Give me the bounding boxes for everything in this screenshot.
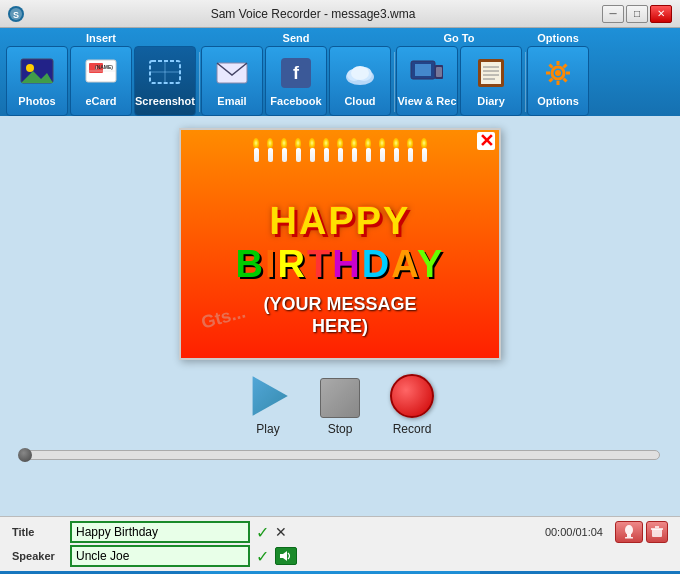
viewrec-label: View & Rec xyxy=(397,95,456,107)
toolbar-group-options: Options xyxy=(527,32,589,116)
cloud-label: Cloud xyxy=(344,95,375,107)
title-clear-icon[interactable]: ✕ xyxy=(275,524,287,540)
card-happy-text: HAPPY xyxy=(270,200,411,243)
viewrec-button[interactable]: View & Rec xyxy=(396,46,458,116)
window-title: Sam Voice Recorder - message3.wma xyxy=(24,7,602,21)
speaker-check-icon[interactable]: ✓ xyxy=(256,547,269,566)
svg-text:S: S xyxy=(13,10,19,20)
toolbar: Insert Photos I ( xyxy=(0,28,680,116)
svg-marker-47 xyxy=(283,551,287,561)
diary-button[interactable]: Diary xyxy=(460,46,522,116)
screenshot-label: Screenshot xyxy=(135,95,195,107)
stop-icon xyxy=(320,378,360,418)
svg-rect-23 xyxy=(436,67,442,77)
diary-label: Diary xyxy=(477,95,505,107)
voice-icon-button[interactable] xyxy=(615,521,643,543)
svg-rect-25 xyxy=(481,62,501,84)
title-row: Title ✓ ✕ 00:00/01:04 xyxy=(12,521,668,543)
stop-label: Stop xyxy=(328,422,353,436)
svg-rect-21 xyxy=(415,64,431,76)
options-gear-icon xyxy=(540,55,576,91)
svg-point-31 xyxy=(555,70,561,76)
title-bar: S Sam Voice Recorder - message3.wma ─ □ … xyxy=(0,0,680,28)
record-label: Record xyxy=(393,422,432,436)
goto-group-label: Go To xyxy=(396,32,522,46)
screenshot-button[interactable]: Screenshot xyxy=(134,46,196,116)
card-message-text: (YOUR MESSAGEHERE) xyxy=(263,294,416,337)
facebook-icon: f xyxy=(278,55,314,91)
options-label: Options xyxy=(537,95,579,107)
play-icon xyxy=(246,374,290,418)
send-group-label: Send xyxy=(201,32,391,46)
title-field-label: Title xyxy=(12,526,64,538)
photos-icon xyxy=(19,55,55,91)
toolbar-group-insert: Insert Photos I ( xyxy=(6,32,196,116)
window-controls: ─ □ ✕ xyxy=(602,5,672,23)
ecard-label: eCard xyxy=(85,95,116,107)
timestamp: 00:00/01:04 xyxy=(545,526,603,538)
svg-rect-42 xyxy=(625,537,633,539)
card-preview: ✕ HAPPY BIRTHDAY (YOUR xyxy=(179,128,501,360)
insert-group-label: Insert xyxy=(6,32,196,46)
main-area: ✕ HAPPY BIRTHDAY (YOUR xyxy=(0,116,680,516)
diary-icon xyxy=(473,55,509,91)
speaker-field-label: Speaker xyxy=(12,550,64,562)
cloud-button[interactable]: Cloud xyxy=(329,46,391,116)
progress-bar[interactable] xyxy=(20,450,660,460)
email-icon xyxy=(214,55,250,91)
card-birthday-text: BIRTHDAY xyxy=(236,243,445,286)
photos-label: Photos xyxy=(18,95,55,107)
record-button[interactable]: Record xyxy=(390,374,434,436)
play-label: Play xyxy=(256,422,279,436)
close-button[interactable]: ✕ xyxy=(650,5,672,23)
cloud-icon xyxy=(342,55,378,91)
delete-button[interactable] xyxy=(646,521,668,543)
svg-line-36 xyxy=(550,65,553,68)
facebook-button[interactable]: f Facebook xyxy=(265,46,327,116)
maximize-button[interactable]: □ xyxy=(626,5,648,23)
info-bar: Title ✓ ✕ 00:00/01:04 Speaker xyxy=(0,516,680,571)
stop-button[interactable]: Stop xyxy=(320,378,360,436)
svg-rect-41 xyxy=(627,534,631,537)
email-label: Email xyxy=(217,95,246,107)
svg-rect-43 xyxy=(652,529,662,537)
record-icon xyxy=(390,374,434,418)
ecard-icon: I (NAME) xyxy=(83,55,119,91)
playback-controls: Play Stop Record xyxy=(246,374,434,436)
svg-text:(NAME): (NAME) xyxy=(95,64,113,70)
photos-button[interactable]: Photos xyxy=(6,46,68,116)
svg-line-39 xyxy=(550,79,553,82)
options-group-label: Options xyxy=(527,32,589,46)
title-input[interactable] xyxy=(70,521,250,543)
app-icon: S xyxy=(8,6,24,22)
play-button[interactable]: Play xyxy=(246,374,290,436)
viewrec-icon xyxy=(409,55,445,91)
speaker-row: Speaker ✓ xyxy=(12,545,668,567)
speaker-input[interactable] xyxy=(70,545,250,567)
svg-line-38 xyxy=(564,65,567,68)
ecard-button[interactable]: I (NAME) eCard xyxy=(70,46,132,116)
toolbar-group-send: Send Email f Facebook xyxy=(201,32,391,116)
svg-line-37 xyxy=(564,79,567,82)
minimize-button[interactable]: ─ xyxy=(602,5,624,23)
options-button[interactable]: Options xyxy=(527,46,589,116)
facebook-label: Facebook xyxy=(270,95,321,107)
svg-point-40 xyxy=(625,525,633,535)
candles-row xyxy=(253,138,427,162)
card-close-button[interactable]: ✕ xyxy=(477,132,495,150)
svg-point-19 xyxy=(351,66,369,80)
toolbar-group-goto: Go To View & Rec xyxy=(396,32,522,116)
progress-handle[interactable] xyxy=(18,448,32,462)
title-check-icon[interactable]: ✓ xyxy=(256,523,269,542)
screenshot-icon xyxy=(147,55,183,91)
speaker-type-icon[interactable] xyxy=(275,547,297,565)
svg-rect-46 xyxy=(280,554,283,558)
watermark: Gts... xyxy=(199,302,248,334)
svg-text:f: f xyxy=(293,63,300,83)
card-content: HAPPY BIRTHDAY (YOUR MESSAGEHERE) Gts... xyxy=(181,130,499,358)
email-button[interactable]: Email xyxy=(201,46,263,116)
svg-point-3 xyxy=(26,64,34,72)
